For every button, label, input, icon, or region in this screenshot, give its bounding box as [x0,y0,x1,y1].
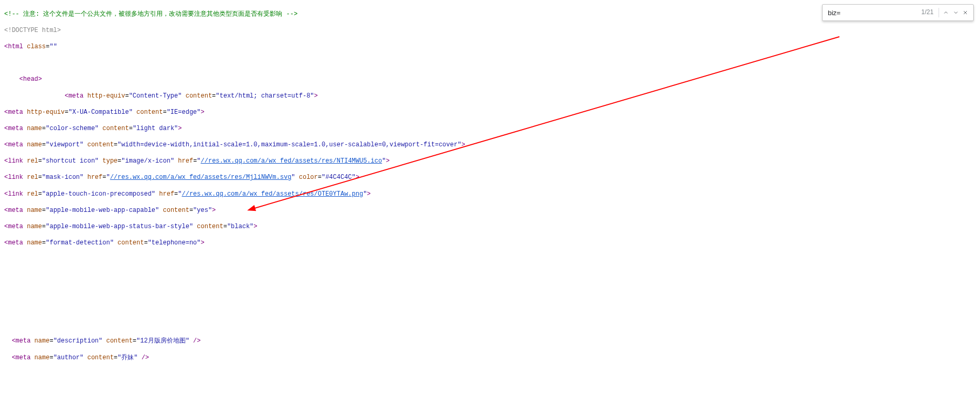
code-line [4,272,976,281]
href-link[interactable]: //res.wx.qq.com/a/wx_fed/assets/res/NTI4… [201,157,382,165]
code-line [4,387,976,395]
code-line: <meta name="viewport" content="width=dev… [4,141,976,149]
code-line: <html class="" [4,43,976,51]
code-line: <!DOCTYPE html> [4,27,976,35]
find-input[interactable] [826,8,918,18]
code-line [4,305,976,313]
chevron-down-icon [953,9,959,16]
find-in-page-bar: 1/21 [822,4,974,21]
code-line: <link rel="apple-touch-icon-precomposed"… [4,190,976,199]
code-line: <meta name="format-detection" content="t… [4,239,976,248]
code-line: <meta name="description" content="12月版房价… [4,337,976,346]
code-line [4,255,976,264]
code-line [4,321,976,329]
find-close-button[interactable] [961,7,970,18]
source-code-view[interactable]: <!-- 注意: 这个文件是一个公共文件，被很多地方引用，改动需要注意其他类型页… [0,0,980,396]
code-line: <meta name="apple-mobile-web-app-status-… [4,223,976,231]
chevron-up-icon [943,9,949,16]
close-icon [962,9,968,16]
code-line: <link rel="shortcut icon" type="image/x-… [4,157,976,166]
href-link[interactable]: //res.wx.qq.com/a/wx_fed/assets/res/OTE0… [182,190,364,198]
code-line: <head> [4,76,976,84]
code-line: <meta name="color-scheme" content="light… [4,125,976,133]
find-next-button[interactable] [951,7,961,18]
code-line [4,59,976,68]
code-line: <meta http-equiv="Content-Type" content=… [4,92,976,101]
code-line: <link rel="mask-icon" href="//res.wx.qq.… [4,174,976,182]
find-match-count: 1/21 [921,8,933,17]
code-line [4,370,976,379]
href-link[interactable]: //res.wx.qq.com/a/wx_fed/assets/res/Mjli… [110,174,292,181]
separator [939,8,939,17]
code-line [4,288,976,297]
code-line: <meta name="author" content="乔妹" /> [4,354,976,362]
code-line: <meta name="apple-mobile-web-app-capable… [4,207,976,215]
find-prev-button[interactable] [941,7,951,18]
code-line: <meta http-equiv="X-UA-Compatible" conte… [4,109,976,117]
